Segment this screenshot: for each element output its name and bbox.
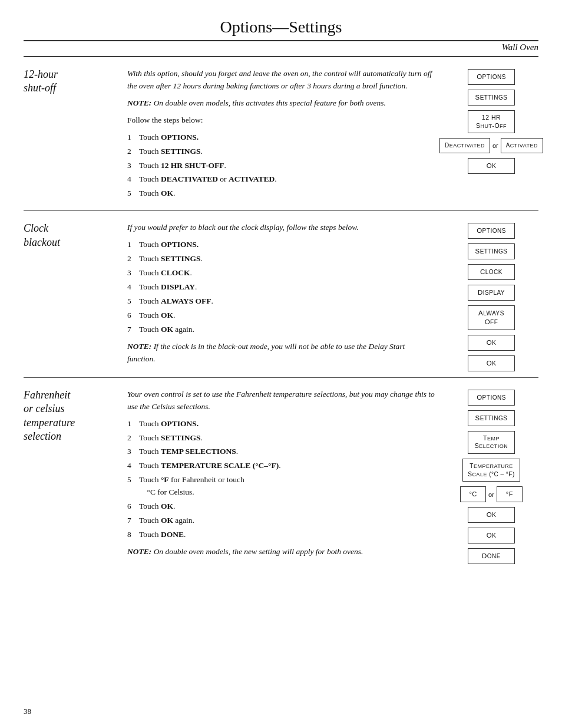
clock-step-6: 6Touch OK.: [127, 309, 435, 322]
display-button[interactable]: DISPLAY: [468, 285, 515, 301]
section-title-fahrenheit: Fahrenheitor celsiustemperatureselection: [24, 388, 118, 564]
page-title: Options—Settings: [24, 18, 538, 37]
options-button-3[interactable]: OPTIONS: [468, 390, 515, 406]
ok-button-4[interactable]: OK: [468, 507, 515, 523]
subtitle: Wall Oven: [24, 42, 538, 52]
clock-note: NOTE: If the clock is in the black-out m…: [127, 341, 435, 365]
header-divider: [24, 40, 538, 41]
always-off-button[interactable]: ALWAYSOFF: [468, 305, 515, 330]
clock-step-4: 4Touch DISPLAY.: [127, 281, 435, 294]
clock-step-7: 7Touch OK again.: [127, 324, 435, 336]
shutoff-buttons: OPTIONS SETTINGS 12 HRSHUT-OFF DEACTIVAT…: [444, 68, 538, 205]
step-5: 5Touch OK.: [127, 187, 435, 200]
step-1: 1Touch OPTIONS.: [127, 131, 435, 144]
clock-steps: 1Touch OPTIONS. 2Touch SETTINGS. 3Touch …: [127, 239, 435, 335]
or-label-2: or: [488, 491, 494, 498]
fahrenheit-step-4: 4Touch TEMPERATURE SCALE (°C–°F).: [127, 460, 435, 472]
ok-button-5[interactable]: OK: [468, 528, 515, 543]
page-container: Options—Settings Wall Oven 12-hourshut-o…: [0, 0, 562, 728]
fahrenheit-step-5: 5Touch °F for Fahrenheit or touch °C for…: [127, 474, 435, 499]
fahrenheit-step-3: 3Touch TEMP SELECTIONS.: [127, 446, 435, 458]
fahrenheit-step-7: 7Touch OK again.: [127, 515, 435, 527]
settings-button-3[interactable]: SETTINGS: [468, 410, 515, 426]
section-content-clock: If you would prefer to black out the clo…: [127, 222, 435, 371]
settings-button-2[interactable]: SETTINGS: [468, 243, 515, 259]
clock-intro: If you would prefer to black out the clo…: [127, 222, 435, 234]
step-2: 2Touch SETTINGS.: [127, 146, 435, 158]
activated-button[interactable]: ACTIVATED: [501, 138, 543, 153]
section-clockblackout: Clockblackout If you would prefer to bla…: [24, 210, 538, 377]
ok-button-2[interactable]: OK: [468, 335, 515, 351]
deactivated-activated-row: DEACTIVATED or ACTIVATED: [439, 138, 543, 153]
section-title-shutoff: 12-hourshut-off: [24, 68, 118, 205]
or-label-1: or: [492, 142, 498, 149]
fahrenheit-step-1: 1Touch OPTIONS.: [127, 418, 435, 430]
celsius-fahrenheit-row: °C or °F: [460, 486, 523, 502]
clock-step-3: 3Touch CLOCK.: [127, 267, 435, 279]
section-content-fahrenheit: Your oven control is set to use the Fahr…: [127, 388, 435, 564]
fahrenheit-intro: Your oven control is set to use the Fahr…: [127, 388, 435, 413]
section-shutoff: 12-hourshut-off With this option, should…: [24, 57, 538, 210]
clock-step-1: 1Touch OPTIONS.: [127, 239, 435, 251]
fahrenheit-buttons: OPTIONS SETTINGS TEMPSELECTION TEMPERATU…: [444, 388, 538, 564]
shutoff-note: NOTE: On double oven models, this activa…: [127, 97, 435, 110]
section-title-clock: Clockblackout: [24, 222, 118, 371]
step-3: 3Touch 12 HR SHUT-OFF.: [127, 160, 435, 172]
temp-scale-button[interactable]: TEMPERATURESCALE (°C – °F): [462, 459, 520, 482]
section-content-shutoff: With this option, should you forget and …: [127, 68, 435, 205]
fahrenheit-step-2: 2Touch SETTINGS.: [127, 432, 435, 444]
options-button-1[interactable]: OPTIONS: [468, 69, 515, 85]
fahrenheit-note: NOTE: On double oven models, the new set…: [127, 546, 435, 558]
shutoff-steps: 1Touch OPTIONS. 2Touch SETTINGS. 3Touch …: [127, 131, 435, 200]
shutoff-intro: With this option, should you forget and …: [127, 68, 435, 93]
fahrenheit-step-8: 8Touch DONE.: [127, 529, 435, 541]
fahrenheit-steps: 1Touch OPTIONS. 2Touch SETTINGS. 3Touch …: [127, 418, 435, 541]
deactivated-button[interactable]: DEACTIVATED: [439, 138, 490, 153]
step-4: 4Touch DEACTIVATED or ACTIVATED.: [127, 173, 435, 186]
fahrenheit-button[interactable]: °F: [497, 486, 523, 502]
section-fahrenheit: Fahrenheitor celsiustemperatureselection…: [24, 377, 538, 570]
settings-button-1[interactable]: SETTINGS: [468, 90, 515, 106]
options-button-2[interactable]: OPTIONS: [468, 223, 515, 239]
clock-step-2: 2Touch SETTINGS.: [127, 253, 435, 265]
clock-step-5: 5Touch ALWAYS OFF.: [127, 295, 435, 308]
done-button[interactable]: DONE: [468, 548, 515, 564]
fahrenheit-step-6: 6Touch OK.: [127, 500, 435, 513]
page-number: 38: [24, 707, 31, 716]
clock-buttons: OPTIONS SETTINGS CLOCK DISPLAY ALWAYSOFF…: [444, 222, 538, 371]
ok-button-3[interactable]: OK: [468, 355, 515, 371]
clock-button[interactable]: CLOCK: [468, 264, 515, 280]
ok-button-1[interactable]: OK: [468, 158, 515, 174]
temp-selection-button[interactable]: TEMPSELECTION: [468, 431, 515, 454]
celsius-button[interactable]: °C: [460, 486, 486, 502]
page-header: Options—Settings: [24, 18, 538, 37]
shutoff-follow: Follow the steps below:: [127, 114, 435, 127]
shutoff-button[interactable]: 12 HRSHUT-OFF: [468, 110, 515, 133]
